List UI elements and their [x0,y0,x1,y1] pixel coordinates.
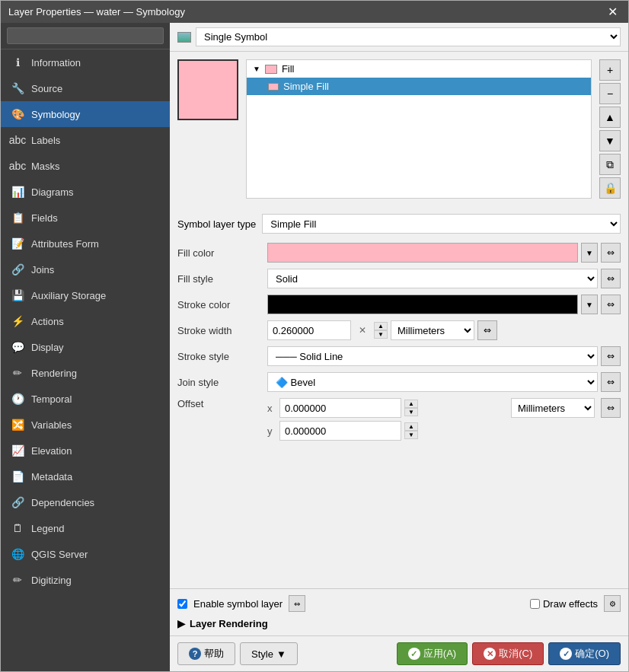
sidebar-item-fields[interactable]: 📋Fields [1,205,170,231]
fill-style-select[interactable]: Solid [267,269,598,288]
stroke-width-unit[interactable]: Millimeters [391,320,474,340]
offset-y-row: y ▲ ▼ [267,421,505,441]
draw-effects-checkbox[interactable] [530,599,540,609]
stroke-width-row: Stroke width ✕ ▲ ▼ Millimeters ⇔ [177,320,621,340]
join-style-select[interactable]: 🔷 Bevel [267,372,598,392]
cancel-icon: ✕ [484,648,496,660]
fields-icon: 📋 [10,210,25,225]
stroke-width-down[interactable]: ▼ [374,330,388,339]
stroke-width-up[interactable]: ▲ [374,322,388,330]
stroke-style-value: ─── Solid Line ⇔ [267,346,621,366]
sidebar-item-elevation[interactable]: 📈Elevation [1,438,170,463]
remove-layer-button[interactable]: − [599,83,621,104]
offset-x-up[interactable]: ▲ [404,400,418,408]
offset-x-down[interactable]: ▼ [404,408,418,416]
join-style-copy[interactable]: ⇔ [601,372,621,392]
stroke-color-row: Stroke color ▼ ⇔ [177,295,621,314]
fill-color-swatch[interactable] [267,243,578,263]
sidebar-item-legend[interactable]: 🗒Legend [1,515,170,541]
move-down-button[interactable]: ▼ [599,130,621,151]
sidebar-item-dependencies[interactable]: 🔗Dependencies [1,489,170,515]
offset-unit[interactable]: Millimeters [511,398,595,418]
help-label: 帮助 [204,647,224,661]
stroke-style-select[interactable]: ─── Solid Line [267,346,598,366]
sidebar-label-attributes_form: Attributes Form [31,238,99,250]
layer-rendering-arrow: ▶ [177,618,185,629]
symbol-type-select[interactable]: Single SymbolCategorizedGraduatedRule-ba… [196,27,621,46]
window-title: Layer Properties — water — Symbology [8,6,185,18]
top-bar: Single SymbolCategorizedGraduatedRule-ba… [170,23,628,52]
labels-icon: abc [10,132,25,148]
sidebar-label-symbology: Symbology [31,109,80,120]
sidebar-item-digitizing[interactable]: ✏Digitizing [1,567,170,593]
offset-y-input[interactable] [279,421,401,441]
offset-y-up[interactable]: ▲ [404,422,418,431]
offset-y-down[interactable]: ▼ [404,431,418,439]
tree-item-simple-fill[interactable]: Simple Fill [247,78,591,95]
sidebar-item-variables[interactable]: 🔀Variables [1,412,170,438]
symbol-layer-type-select[interactable]: Simple FillCentroid FillGradient FillLin… [262,214,621,234]
offset-x-input[interactable] [279,398,401,418]
sidebar-item-joins[interactable]: 🔗Joins [1,256,170,282]
fill-color-copy[interactable]: ⇔ [601,243,621,263]
apply-button[interactable]: ✓ 应用(A) [397,642,468,665]
stroke-style-copy[interactable]: ⇔ [601,346,621,366]
add-layer-button[interactable]: + [599,59,621,81]
stroke-width-clear[interactable]: ✕ [354,322,371,339]
fill-style-copy[interactable]: ⇔ [601,269,621,288]
sidebar-item-source[interactable]: 🔧Source [1,75,170,101]
sidebar-item-display[interactable]: 💬Display [1,334,170,360]
sidebar-item-diagrams[interactable]: 📊Diagrams [1,179,170,205]
ok-icon: ✓ [560,648,572,660]
search-input[interactable] [7,27,164,44]
sidebar-item-attributes_form[interactable]: 📝Attributes Form [1,231,170,256]
sidebar-item-information[interactable]: ℹInformation [1,49,170,75]
sidebar-item-symbology[interactable]: 🎨Symbology [1,101,170,127]
fill-color-dropdown[interactable]: ▼ [581,243,598,263]
information-icon: ℹ [10,55,25,70]
stroke-style-label: Stroke style [177,351,261,362]
sidebar-item-labels[interactable]: abcLabels [1,127,170,153]
auxiliary_storage-icon: 💾 [10,288,25,303]
symbol-tree: ▼ Fill Simple Fill [246,59,592,199]
sidebar-label-actions: Actions [31,316,64,327]
tree-item-fill[interactable]: ▼ Fill [247,60,591,78]
sidebar-item-actions[interactable]: ⚡Actions [1,308,170,334]
style-label: Style [251,648,273,660]
enable-symbol-checkbox[interactable] [177,599,187,609]
stroke-width-copy[interactable]: ⇔ [477,320,497,340]
close-button[interactable]: ✕ [605,5,621,19]
sidebar-item-qgis_server[interactable]: 🌐QGIS Server [1,541,170,567]
help-button[interactable]: ? 帮助 [177,642,235,665]
draw-effects-settings[interactable]: ⚙ [604,595,621,612]
enable-symbol-button[interactable]: ⇔ [289,595,305,612]
style-button[interactable]: Style ▼ [240,642,298,665]
ok-button[interactable]: ✓ 确定(O) [548,642,621,665]
lock-button[interactable]: 🔒 [599,177,621,199]
legend-icon: 🗒 [10,521,25,536]
move-up-button[interactable]: ▲ [599,107,621,128]
stroke-color-dropdown[interactable]: ▼ [581,295,598,314]
join-style-value: 🔷 Bevel ⇔ [267,372,621,392]
duplicate-button[interactable]: ⧉ [599,154,621,175]
sidebar-item-auxiliary_storage[interactable]: 💾Auxiliary Storage [1,282,170,308]
stroke-color-label: Stroke color [177,299,261,311]
sidebar-item-temporal[interactable]: 🕐Temporal [1,386,170,412]
symbol-layer-type-label: Symbol layer type [177,218,256,230]
offset-x-spinners: ▲ ▼ [404,400,418,416]
stroke-color-copy[interactable]: ⇔ [601,295,621,314]
sidebar-label-dependencies: Dependencies [31,497,94,508]
sidebar-item-metadata[interactable]: 📄Metadata [1,463,170,489]
draw-effects-label: Draw effects [543,598,598,610]
symbol-buttons: + − ▲ ▼ ⧉ 🔒 [599,59,621,199]
stroke-color-swatch[interactable] [267,295,578,314]
sidebar-item-masks[interactable]: abcMasks [1,153,170,179]
layer-rendering[interactable]: ▶ Layer Rendering [177,618,621,629]
offset-x-label: x [267,403,276,414]
cancel-button[interactable]: ✕ 取消(C) [472,642,544,665]
sidebar-label-joins: Joins [31,264,54,275]
enable-symbol-label: Enable symbol layer [193,598,283,610]
sidebar-item-rendering[interactable]: ✏Rendering [1,360,170,386]
stroke-width-input[interactable] [267,320,351,340]
offset-copy[interactable]: ⇔ [601,398,621,418]
